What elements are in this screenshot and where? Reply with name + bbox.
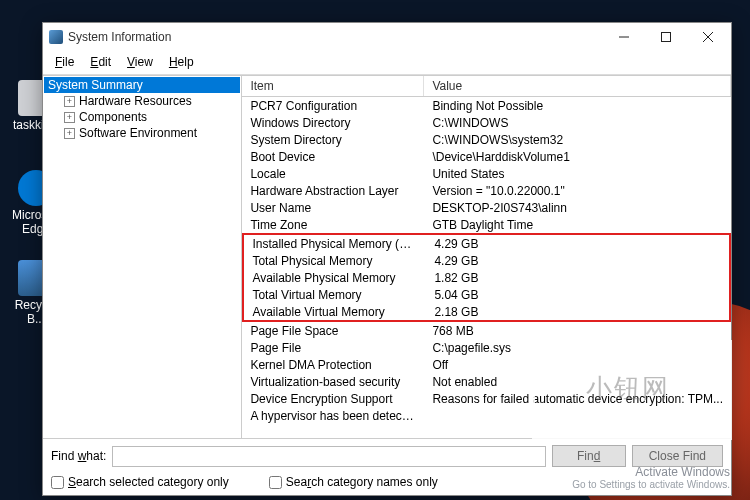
grid-cell-item: PCR7 Configuration (242, 97, 424, 114)
grid-row[interactable]: Page FileC:\pagefile.sys (242, 339, 731, 356)
grid-cell-item: Kernel DMA Protection (242, 356, 424, 373)
menu-view[interactable]: View (119, 53, 161, 71)
grid-cell-item: Total Virtual Memory (244, 286, 426, 303)
grid-row[interactable]: Kernel DMA ProtectionOff (242, 356, 731, 373)
grid-cell-value: Version = "10.0.22000.1" (424, 182, 731, 199)
grid-cell-item: System Directory (242, 131, 424, 148)
content-area: System Summary + Hardware Resources + Co… (43, 75, 731, 438)
column-header-value[interactable]: Value (424, 76, 731, 96)
find-input[interactable] (112, 446, 545, 467)
grid-cell-item: Device Encryption Support (242, 390, 424, 407)
category-tree[interactable]: System Summary + Hardware Resources + Co… (44, 77, 240, 141)
grid-cell-value: 2.18 GB (426, 303, 729, 320)
find-bar: Find what: Find Close Find Search select… (43, 438, 731, 495)
tree-node-label: Components (79, 110, 147, 124)
grid-row[interactable]: Total Physical Memory4.29 GB (244, 252, 729, 269)
grid-row[interactable]: Installed Physical Memory (RAM)4.29 GB (244, 235, 729, 252)
grid-cell-value: C:\WINDOWS\system32 (424, 131, 731, 148)
tree-node-label: System Summary (48, 78, 143, 92)
grid-row[interactable]: Boot Device\Device\HarddiskVolume1 (242, 148, 731, 165)
menu-help[interactable]: Help (161, 53, 202, 71)
find-label: Find what: (51, 449, 106, 463)
tree-node-label: Software Environment (79, 126, 197, 140)
grid-cell-value (424, 407, 731, 424)
column-header-item[interactable]: Item (242, 76, 424, 96)
app-icon (49, 30, 63, 44)
details-pane: Item Value PCR7 ConfigurationBinding Not… (242, 76, 731, 438)
grid-cell-item: Page File (242, 339, 424, 356)
minimize-button[interactable] (603, 23, 645, 51)
grid-cell-item: User Name (242, 199, 424, 216)
grid-row[interactable]: Available Virtual Memory2.18 GB (244, 303, 729, 320)
tree-node-system-summary[interactable]: System Summary (44, 77, 240, 93)
grid-header[interactable]: Item Value (242, 76, 731, 97)
grid-row[interactable]: Hardware Abstraction LayerVersion = "10.… (242, 182, 731, 199)
tree-node-software-environment[interactable]: + Software Environment (44, 125, 240, 141)
grid-cell-value: \Device\HarddiskVolume1 (424, 148, 731, 165)
grid-row[interactable]: A hypervisor has been detected... (242, 407, 731, 424)
grid-cell-value: United States (424, 165, 731, 182)
close-button[interactable] (687, 23, 729, 51)
grid-cell-value: 1.82 GB (426, 269, 729, 286)
menu-file[interactable]: File (47, 53, 82, 71)
system-information-window: System Information File Edit View Help S… (42, 22, 732, 496)
grid-row[interactable]: System DirectoryC:\WINDOWS\system32 (242, 131, 731, 148)
grid-cell-item: Hardware Abstraction Layer (242, 182, 424, 199)
grid-cell-value: 4.29 GB (426, 252, 729, 269)
svg-rect-0 (662, 33, 671, 42)
grid-cell-item: Available Physical Memory (244, 269, 426, 286)
grid-cell-item: Available Virtual Memory (244, 303, 426, 320)
grid-cell-value: Reasons for failed automatic device encr… (424, 390, 731, 407)
grid-cell-value: Off (424, 356, 731, 373)
window-title: System Information (68, 30, 603, 44)
details-grid[interactable]: Item Value PCR7 ConfigurationBinding Not… (242, 76, 731, 438)
grid-cell-item: Page File Space (242, 322, 424, 339)
expand-icon[interactable]: + (64, 128, 75, 139)
grid-cell-value: DESKTOP-2I0S743\alinn (424, 199, 731, 216)
titlebar[interactable]: System Information (43, 23, 731, 51)
grid-cell-value: GTB Daylight Time (424, 216, 731, 233)
grid-row[interactable]: Windows DirectoryC:\WINDOWS (242, 114, 731, 131)
grid-cell-value: 5.04 GB (426, 286, 729, 303)
grid-cell-value: C:\WINDOWS (424, 114, 731, 131)
grid-row[interactable]: PCR7 ConfigurationBinding Not Possible (242, 97, 731, 114)
grid-cell-item: A hypervisor has been detected... (242, 407, 424, 424)
grid-cell-item: Installed Physical Memory (RAM) (244, 235, 426, 252)
grid-cell-item: Windows Directory (242, 114, 424, 131)
grid-row[interactable]: User NameDESKTOP-2I0S743\alinn (242, 199, 731, 216)
grid-row[interactable]: Time ZoneGTB Daylight Time (242, 216, 731, 233)
grid-row[interactable]: Total Virtual Memory5.04 GB (244, 286, 729, 303)
grid-cell-item: Virtualization-based security (242, 373, 424, 390)
grid-cell-item: Total Physical Memory (244, 252, 426, 269)
grid-cell-value: 768 MB (424, 322, 731, 339)
maximize-button[interactable] (645, 23, 687, 51)
grid-row[interactable]: Virtualization-based securityNot enabled (242, 373, 731, 390)
grid-cell-value: Not enabled (424, 373, 731, 390)
tree-node-label: Hardware Resources (79, 94, 192, 108)
menubar: File Edit View Help (43, 51, 731, 75)
grid-cell-value: Binding Not Possible (424, 97, 731, 114)
grid-cell-value: 4.29 GB (426, 235, 729, 252)
menu-edit[interactable]: Edit (82, 53, 119, 71)
expand-icon[interactable]: + (64, 112, 75, 123)
memory-highlight-box: Installed Physical Memory (RAM)4.29 GBTo… (242, 233, 731, 322)
category-tree-pane: System Summary + Hardware Resources + Co… (43, 76, 242, 438)
search-category-names-checkbox[interactable]: Search category names only (269, 475, 438, 489)
tree-node-hardware-resources[interactable]: + Hardware Resources (44, 93, 240, 109)
grid-row[interactable]: Available Physical Memory1.82 GB (244, 269, 729, 286)
search-selected-category-checkbox[interactable]: Search selected category only (51, 475, 229, 489)
close-find-button[interactable]: Close Find (632, 445, 723, 467)
grid-cell-item: Time Zone (242, 216, 424, 233)
find-button[interactable]: Find (552, 445, 626, 467)
grid-cell-item: Boot Device (242, 148, 424, 165)
grid-row[interactable]: LocaleUnited States (242, 165, 731, 182)
grid-row[interactable]: Page File Space768 MB (242, 322, 731, 339)
expand-icon[interactable]: + (64, 96, 75, 107)
tree-node-components[interactable]: + Components (44, 109, 240, 125)
grid-row[interactable]: Device Encryption SupportReasons for fai… (242, 390, 731, 407)
grid-cell-value: C:\pagefile.sys (424, 339, 731, 356)
grid-cell-item: Locale (242, 165, 424, 182)
